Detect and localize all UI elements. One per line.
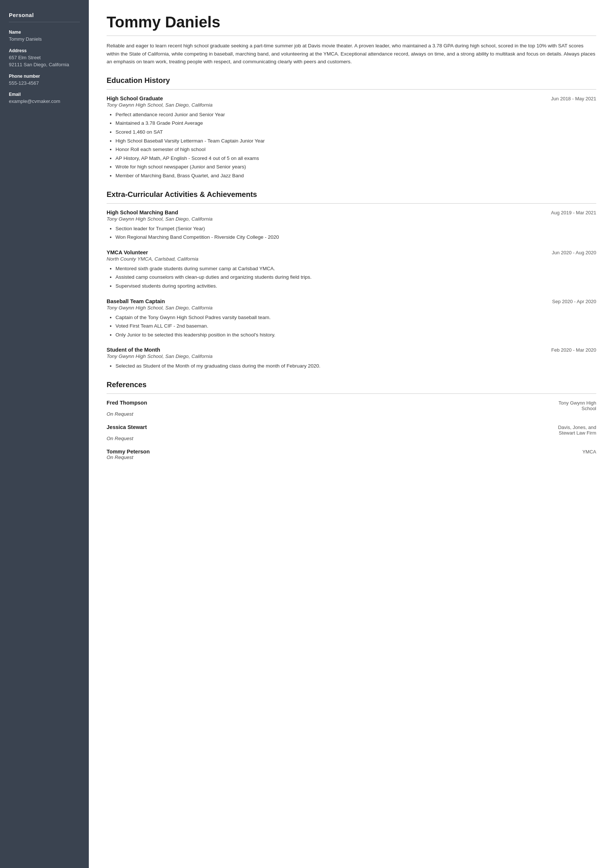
entry-title: Baseball Team Captain xyxy=(107,298,165,304)
entry-title: YMCA Volunteer xyxy=(107,250,148,256)
section-divider xyxy=(107,394,596,394)
entry-header: High School Marching BandAug 2019 - Mar … xyxy=(107,209,596,215)
summary-text: Reliable and eager to learn recent high … xyxy=(107,42,596,66)
entry: Baseball Team CaptainSep 2020 - Apr 2020… xyxy=(107,298,596,339)
ref-entry: Jessica StewartDavis, Jones, andStewart … xyxy=(107,424,596,441)
resume-name: Tommy Daniels xyxy=(107,13,596,31)
list-item: Selected as Student of the Month of my g… xyxy=(115,362,596,370)
sidebar-field-label: Address xyxy=(9,48,80,53)
list-item: Voted First Team ALL CIF - 2nd baseman. xyxy=(115,322,596,330)
list-item: Assisted camp counselors with clean-up d… xyxy=(115,273,596,281)
sidebar-field-value: 555-123-4567 xyxy=(9,80,80,87)
entry-title: Student of the Month xyxy=(107,347,160,353)
entry: Student of the MonthFeb 2020 - Mar 2020T… xyxy=(107,347,596,370)
list-item: High School Baseball Varsity Letterman -… xyxy=(115,137,596,145)
bullet-list: Mentored sixth grade students during sum… xyxy=(107,265,596,290)
list-item: Scored 1,460 on SAT xyxy=(115,128,596,136)
sidebar: Personal NameTommy DanielsAddress657 Elm… xyxy=(0,0,89,868)
ref-subtitle: On Request xyxy=(107,436,596,441)
entry-title: High School Marching Band xyxy=(107,209,178,215)
sidebar-field-label: Email xyxy=(9,92,80,97)
list-item: Wrote for high school newspaper (Junior … xyxy=(115,163,596,171)
entry: High School GraduateJun 2018 - May 2021T… xyxy=(107,96,596,180)
ref-org: YMCA xyxy=(582,449,596,454)
sidebar-field-label: Phone number xyxy=(9,74,80,79)
ref-name: Jessica Stewart xyxy=(107,424,147,430)
entry-subtitle: Tony Gwynn High School, San Diego, Calif… xyxy=(107,305,596,310)
entry-subtitle: Tony Gwynn High School, San Diego, Calif… xyxy=(107,216,596,222)
section-divider xyxy=(107,203,596,204)
list-item: Member of Marching Band, Brass Quartet, … xyxy=(115,172,596,180)
list-item: Won Regional Marching Band Competition -… xyxy=(115,233,596,241)
list-item: AP History, AP Math, AP English - Scored… xyxy=(115,154,596,163)
sidebar-field-label: Name xyxy=(9,29,80,35)
ref-name: Tommy Peterson xyxy=(107,449,150,454)
bullet-list: Section leader for Trumpet (Senior Year)… xyxy=(107,225,596,241)
list-item: Supervised students during sporting acti… xyxy=(115,282,596,290)
bullet-list: Selected as Student of the Month of my g… xyxy=(107,362,596,370)
bullet-list: Captain of the Tony Gwynn High School Pa… xyxy=(107,313,596,339)
ref-entry: Fred ThompsonTony Gwynn HighSchoolOn Req… xyxy=(107,400,596,417)
sidebar-field-value: 657 Elm Street92111 San Diego, Californi… xyxy=(9,54,80,68)
entry-header: Student of the MonthFeb 2020 - Mar 2020 xyxy=(107,347,596,353)
entry-date: Sep 2020 - Apr 2020 xyxy=(552,299,596,304)
entry-header: YMCA VolunteerJun 2020 - Aug 2020 xyxy=(107,250,596,256)
entry-date: Feb 2020 - Mar 2020 xyxy=(552,347,596,353)
ref-entry: Tommy PetersonYMCAOn Request xyxy=(107,449,596,460)
ref-header: Jessica StewartDavis, Jones, andStewart … xyxy=(107,424,596,436)
section-title: References xyxy=(107,381,596,389)
ref-org: Tony Gwynn HighSchool xyxy=(558,400,596,411)
entry-date: Aug 2019 - Mar 2021 xyxy=(551,210,596,215)
list-item: Maintained a 3.78 Grade Point Average xyxy=(115,119,596,127)
section-block: ReferencesFred ThompsonTony Gwynn HighSc… xyxy=(107,381,596,460)
entry-subtitle: Tony Gwynn High School, San Diego, Calif… xyxy=(107,353,596,359)
list-item: Only Junior to be selected this leadersh… xyxy=(115,331,596,339)
sidebar-field-value: Tommy Daniels xyxy=(9,36,80,43)
section-title: Extra-Curricular Activities & Achievemen… xyxy=(107,190,596,199)
main-top-divider xyxy=(107,36,596,36)
ref-org: Davis, Jones, andStewart Law Firm xyxy=(558,425,596,436)
entry: High School Marching BandAug 2019 - Mar … xyxy=(107,209,596,241)
list-item: Captain of the Tony Gwynn High School Pa… xyxy=(115,313,596,322)
list-item: Mentored sixth grade students during sum… xyxy=(115,265,596,273)
section-divider xyxy=(107,89,596,90)
sidebar-fields: NameTommy DanielsAddress657 Elm Street92… xyxy=(9,29,80,105)
entry-title: High School Graduate xyxy=(107,96,163,101)
entry-header: High School GraduateJun 2018 - May 2021 xyxy=(107,96,596,101)
ref-header: Fred ThompsonTony Gwynn HighSchool xyxy=(107,400,596,411)
list-item: Perfect attendance record Junior and Sen… xyxy=(115,111,596,119)
main-content: Tommy Daniels Reliable and eager to lear… xyxy=(89,0,614,868)
list-item: Section leader for Trumpet (Senior Year) xyxy=(115,225,596,233)
entry-subtitle: Tony Gwynn High School, San Diego, Calif… xyxy=(107,102,596,108)
ref-subtitle: On Request xyxy=(107,454,596,460)
entry-subtitle: North County YMCA, Carlsbad, California xyxy=(107,256,596,262)
list-item: Honor Roll each semester of high school xyxy=(115,146,596,153)
entry-date: Jun 2020 - Aug 2020 xyxy=(552,250,596,256)
section-title: Education History xyxy=(107,76,596,85)
main-sections: Education HistoryHigh School GraduateJun… xyxy=(107,76,596,460)
section-block: Education HistoryHigh School GraduateJun… xyxy=(107,76,596,180)
ref-name: Fred Thompson xyxy=(107,400,147,406)
sidebar-section-title: Personal xyxy=(9,12,80,18)
entry-header: Baseball Team CaptainSep 2020 - Apr 2020 xyxy=(107,298,596,304)
bullet-list: Perfect attendance record Junior and Sen… xyxy=(107,111,596,180)
sidebar-divider xyxy=(9,22,80,22)
ref-subtitle: On Request xyxy=(107,411,596,417)
section-block: Extra-Curricular Activities & Achievemen… xyxy=(107,190,596,370)
entry-date: Jun 2018 - May 2021 xyxy=(551,96,596,101)
sidebar-field-value: example@cvmaker.com xyxy=(9,98,80,105)
entry: YMCA VolunteerJun 2020 - Aug 2020North C… xyxy=(107,250,596,290)
ref-header: Tommy PetersonYMCA xyxy=(107,449,596,454)
